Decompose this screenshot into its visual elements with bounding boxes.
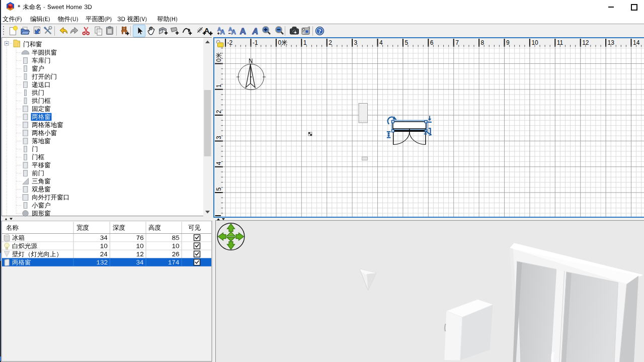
svg-text:0: 0	[215, 58, 222, 62]
svg-text:5: 5	[405, 39, 408, 46]
svg-text:8: 8	[481, 39, 485, 46]
svg-text:2: 2	[329, 39, 332, 46]
svg-text:4: 4	[379, 39, 383, 46]
svg-text:3: 3	[215, 136, 222, 139]
svg-text:?: ?	[318, 28, 321, 35]
svg-text:4: 4	[215, 161, 222, 165]
svg-text:6: 6	[430, 39, 434, 46]
svg-text:10: 10	[531, 39, 538, 46]
svg-text:A: A	[240, 27, 246, 36]
svg-text:A: A	[252, 27, 259, 36]
svg-text:A: A	[231, 28, 236, 36]
svg-text:1: 1	[215, 84, 222, 87]
svg-text:-2: -2	[227, 39, 233, 46]
svg-text:-1: -1	[253, 39, 258, 46]
svg-text:9: 9	[506, 39, 510, 46]
svg-text:14: 14	[633, 39, 640, 46]
svg-text:A: A	[220, 28, 225, 36]
svg-text:7: 7	[455, 39, 459, 46]
svg-text:1: 1	[303, 39, 307, 46]
svg-text:0: 0	[278, 39, 281, 46]
svg-text:2: 2	[215, 110, 222, 114]
svg-text:5: 5	[215, 188, 222, 191]
svg-text:12: 12	[582, 39, 589, 46]
svg-text:11: 11	[557, 39, 564, 46]
svg-text:3: 3	[354, 39, 358, 46]
svg-text:13: 13	[608, 39, 615, 46]
